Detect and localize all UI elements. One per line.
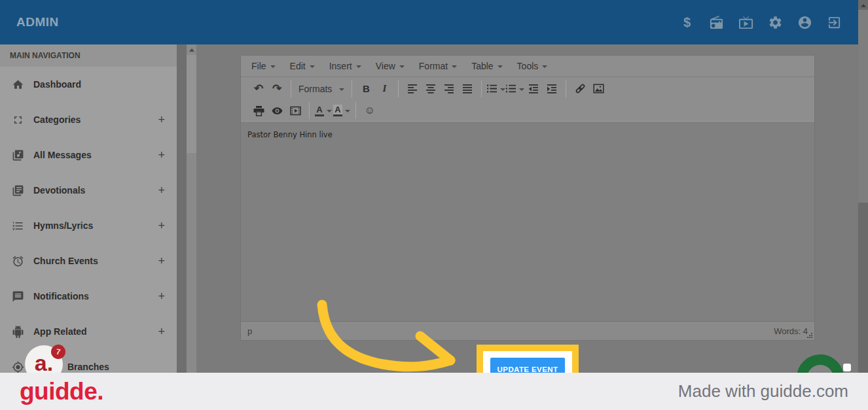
- account-icon[interactable]: [797, 15, 812, 30]
- indent-icon[interactable]: [543, 80, 561, 97]
- chevron-down-icon: [356, 65, 361, 68]
- chevron-down-icon: [399, 65, 405, 68]
- chat-icon: [12, 290, 24, 303]
- menu-file[interactable]: File: [244, 56, 283, 77]
- content-scrollbar[interactable]: [187, 44, 196, 373]
- guidde-footer: guidde. Made with guidde.com: [0, 373, 868, 410]
- print-icon[interactable]: [249, 102, 268, 119]
- sidebar-item-devotionals[interactable]: Devotionals +: [0, 173, 177, 208]
- italic-button[interactable]: I: [375, 80, 393, 97]
- scroll-up-icon[interactable]: [861, 4, 866, 7]
- chevron-down-icon: [500, 88, 505, 91]
- word-count: Words: 4: [774, 326, 808, 336]
- categories-icon: [12, 114, 24, 126]
- target-icon: [12, 361, 24, 373]
- align-justify-icon[interactable]: [458, 80, 477, 97]
- live-tv-icon[interactable]: [738, 15, 753, 30]
- app-title: ADMIN: [16, 15, 59, 29]
- sidebar-item-label: Branches: [67, 362, 109, 372]
- chevron-down-icon: [339, 88, 344, 91]
- menu-label: View: [376, 61, 395, 71]
- preview-eye-icon[interactable]: [268, 102, 286, 119]
- sidebar-item-app-related[interactable]: App Related +: [0, 314, 177, 349]
- guidde-brand: guidde.: [20, 378, 103, 405]
- navbar-actions: $: [679, 15, 842, 30]
- home-icon: [12, 78, 24, 91]
- sidebar-section-label: MAIN NAVIGATION: [0, 44, 177, 67]
- text-color-button[interactable]: A: [314, 102, 333, 119]
- redo-icon[interactable]: ↷: [268, 80, 286, 97]
- sidebar-item-categories[interactable]: Categories +: [0, 102, 177, 137]
- menu-tools[interactable]: Tools: [510, 56, 555, 77]
- expand-plus-icon[interactable]: +: [158, 290, 165, 302]
- sidebar-item-hymns-lyrics[interactable]: Hymns/Lyrics +: [0, 208, 177, 243]
- bold-button[interactable]: B: [357, 80, 375, 97]
- menu-edit[interactable]: Edit: [283, 56, 322, 77]
- sidebar-item-label: Devotionals: [33, 185, 85, 196]
- page-scrollbar[interactable]: [858, 0, 868, 410]
- editor-text[interactable]: Pastor Benny Hinn live: [247, 130, 808, 139]
- messages-icon: [12, 149, 24, 162]
- menu-label: Edit: [290, 61, 306, 71]
- chevron-down-icon: [497, 65, 503, 68]
- chevron-down-icon: [345, 110, 350, 112]
- expand-plus-icon[interactable]: +: [158, 220, 165, 231]
- editor-statusbar: p Words: 4: [241, 321, 814, 340]
- formats-label: Formats: [298, 84, 332, 94]
- scrollbar-thumb[interactable]: [858, 10, 868, 203]
- outdent-icon[interactable]: [524, 80, 543, 97]
- screenshot-stage: ADMIN $ MAIN NAVIGATION: [0, 0, 868, 410]
- hymns-icon: [12, 220, 24, 232]
- align-center-icon[interactable]: [422, 80, 440, 97]
- settings-icon[interactable]: [768, 15, 783, 30]
- expand-plus-icon[interactable]: +: [158, 255, 165, 267]
- expand-plus-icon[interactable]: +: [158, 326, 165, 337]
- expand-plus-icon[interactable]: +: [158, 184, 165, 196]
- menu-view[interactable]: View: [369, 56, 412, 77]
- sidebar-item-label: Church Events: [33, 256, 98, 266]
- logout-icon[interactable]: [827, 15, 842, 30]
- expand-plus-icon[interactable]: +: [158, 114, 165, 126]
- toolbar-row-2: A A ☺: [241, 100, 814, 122]
- sidebar-item-all-messages[interactable]: All Messages +: [0, 137, 177, 173]
- background-color-button[interactable]: A: [333, 102, 351, 119]
- undo-icon[interactable]: ↶: [249, 80, 268, 97]
- sidebar-item-church-events[interactable]: Church Events +: [0, 243, 177, 279]
- made-with-text: Made with guidde.com: [678, 381, 848, 401]
- menu-label: Table: [471, 61, 493, 71]
- editor-body[interactable]: Pastor Benny Hinn live: [241, 122, 814, 321]
- image-icon[interactable]: [589, 80, 607, 97]
- sidebar-item-dashboard[interactable]: Dashboard: [0, 67, 177, 102]
- sidebar-item-label: Dashboard: [33, 79, 81, 90]
- resize-grip-icon[interactable]: [806, 332, 813, 339]
- formats-dropdown[interactable]: Formats: [296, 80, 347, 97]
- media-icon[interactable]: [286, 102, 304, 119]
- radio-icon[interactable]: [709, 15, 724, 30]
- align-right-icon[interactable]: [440, 80, 458, 97]
- scrollbar-thumb[interactable]: [187, 55, 196, 153]
- sidebar-edge: [177, 44, 187, 373]
- menu-insert[interactable]: Insert: [322, 56, 369, 77]
- chevron-down-icon: [542, 65, 547, 68]
- menu-label: Tools: [517, 61, 539, 71]
- scroll-up-icon[interactable]: [189, 48, 194, 52]
- sidebar-item-label: Notifications: [33, 291, 89, 301]
- mini-widget[interactable]: [843, 364, 851, 371]
- element-path: p: [247, 326, 252, 336]
- sidebar-item-label: All Messages: [33, 150, 92, 160]
- dollar-icon[interactable]: $: [679, 15, 695, 30]
- bullet-list-icon[interactable]: [486, 80, 505, 97]
- menu-table[interactable]: Table: [464, 56, 509, 77]
- align-left-icon[interactable]: [403, 80, 422, 97]
- android-icon: [12, 326, 24, 338]
- chevron-down-icon: [327, 110, 332, 112]
- menu-format[interactable]: Format: [412, 56, 464, 77]
- expand-plus-icon[interactable]: +: [158, 149, 165, 161]
- sidebar-item-notifications[interactable]: Notifications +: [0, 279, 177, 314]
- link-icon[interactable]: [571, 80, 589, 97]
- editor-menubar: File Edit Insert View Format Table Tools: [241, 56, 814, 77]
- sidebar-item-label: Categories: [33, 114, 81, 125]
- chevron-down-icon: [310, 65, 315, 68]
- numbered-list-icon[interactable]: [505, 80, 524, 97]
- emoticon-icon[interactable]: ☺: [361, 102, 379, 119]
